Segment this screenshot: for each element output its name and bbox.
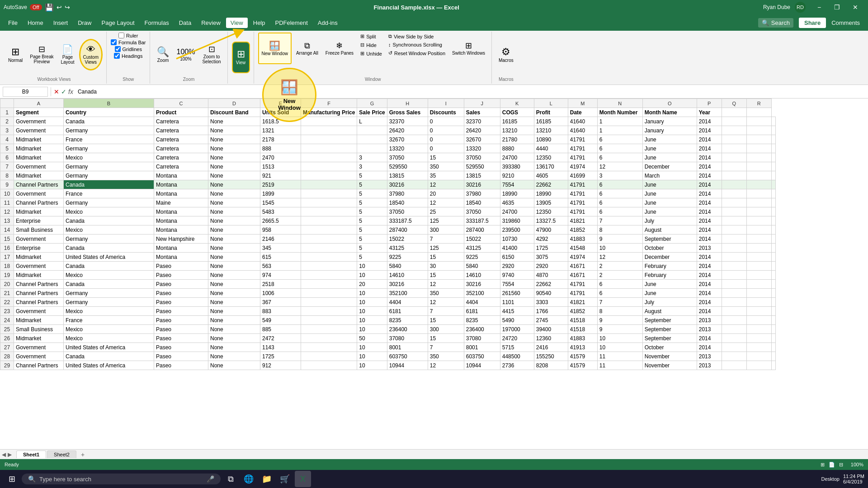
cell-2-19[interactable]: Paseo — [154, 271, 208, 280]
cell-3-29[interactable]: None — [208, 361, 260, 370]
cell-6-2[interactable]: L — [357, 117, 387, 126]
cell-14-9[interactable]: June — [642, 180, 697, 189]
cell-14-15[interactable]: September — [642, 235, 697, 244]
cell-16-20[interactable] — [722, 280, 746, 289]
cell-10-20[interactable]: 7554 — [500, 280, 534, 289]
cell-5-7[interactable] — [301, 162, 357, 171]
col-header-G[interactable]: G — [357, 99, 387, 108]
cell-17-20[interactable] — [746, 280, 771, 289]
switch-windows-button[interactable]: ⊞ Switch Windows — [449, 33, 488, 64]
cell-7-23[interactable]: 6181 — [387, 307, 428, 316]
cell-11-19[interactable]: 4870 — [534, 271, 568, 280]
cell-9-25[interactable]: 236400 — [464, 325, 500, 334]
cell-4-22[interactable]: 367 — [260, 298, 301, 307]
cell-18-6[interactable] — [771, 153, 775, 162]
scroll-right-icon[interactable]: ▶ — [8, 451, 12, 458]
cell-16-15[interactable] — [722, 235, 746, 244]
cell-12-4[interactable]: 41791 — [568, 135, 597, 144]
cell-14-21[interactable]: June — [642, 289, 697, 298]
cell-17-23[interactable] — [746, 307, 771, 316]
cell-18-27[interactable] — [771, 343, 775, 352]
cell-11-13[interactable]: 13327.5 — [534, 216, 568, 225]
cell-8-19[interactable]: 15 — [428, 271, 464, 280]
view-side-by-side-button[interactable]: ⧉ View Side by Side — [386, 33, 448, 40]
cell-17-16[interactable] — [746, 244, 771, 253]
cell-8-20[interactable]: 12 — [428, 280, 464, 289]
cell-13-10[interactable]: 6 — [597, 189, 642, 198]
cell-6-18[interactable]: 10 — [357, 262, 387, 271]
cell-7-24[interactable]: 8235 — [387, 316, 428, 325]
cell-14-8[interactable]: March — [642, 171, 697, 180]
cell-9-27[interactable]: 8001 — [464, 343, 500, 352]
cell-12-20[interactable]: 41791 — [568, 280, 597, 289]
cell-9-4[interactable]: 32670 — [464, 135, 500, 144]
cell-17-4[interactable] — [746, 135, 771, 144]
cell-7-7[interactable]: 529550 — [387, 162, 428, 171]
cell-16-17[interactable] — [722, 253, 746, 262]
cell-5-20[interactable] — [301, 280, 357, 289]
cell-8-2[interactable]: 0 — [428, 117, 464, 126]
cell-18-4[interactable] — [771, 135, 775, 144]
cell-9-28[interactable]: 603750 — [464, 352, 500, 361]
formula-bar-check[interactable] — [111, 39, 117, 45]
cell-1-14[interactable]: Mexico — [64, 225, 154, 235]
cell-10-5[interactable]: 8880 — [500, 144, 534, 153]
cell-7-15[interactable]: 15022 — [387, 235, 428, 244]
cell-0-24[interactable]: Midmarket — [14, 316, 64, 325]
cell-18-15[interactable] — [771, 235, 775, 244]
cell-14-14[interactable]: August — [642, 225, 697, 235]
cell-1-29[interactable]: United States of America — [64, 361, 154, 370]
cell-4-14[interactable]: 958 — [260, 225, 301, 235]
cell-10-22[interactable]: 1101 — [500, 298, 534, 307]
cell-17-10[interactable] — [746, 189, 771, 198]
cell-9-19[interactable]: 14610 — [464, 271, 500, 280]
cell-3-15[interactable]: None — [208, 235, 260, 244]
cell-8-22[interactable]: 12 — [428, 298, 464, 307]
cell-6-21[interactable]: 10 — [357, 289, 387, 298]
cell-3-7[interactable]: None — [208, 162, 260, 171]
cell-13-4[interactable]: 6 — [597, 135, 642, 144]
cell-18-5[interactable] — [771, 144, 775, 153]
cell-17-3[interactable] — [746, 126, 771, 135]
cell-18-22[interactable] — [771, 298, 775, 307]
cell-16-24[interactable] — [722, 316, 746, 325]
cell-M1[interactable]: Date — [568, 108, 597, 117]
cell-0-5[interactable]: Midmarket — [14, 144, 64, 153]
cell-3-14[interactable]: None — [208, 225, 260, 235]
cell-5-16[interactable] — [301, 244, 357, 253]
cell-6-17[interactable]: 5 — [357, 253, 387, 262]
autosave-toggle[interactable]: Off — [30, 4, 42, 10]
cell-14-23[interactable]: August — [642, 307, 697, 316]
cell-10-8[interactable]: 9210 — [500, 171, 534, 180]
cell-4-18[interactable]: 563 — [260, 262, 301, 271]
menu-home[interactable]: Home — [23, 18, 48, 28]
cell-2-23[interactable]: Paseo — [154, 307, 208, 316]
col-header-C[interactable]: C — [154, 99, 208, 108]
cell-12-13[interactable]: 41821 — [568, 216, 597, 225]
cell-7-21[interactable]: 352100 — [387, 289, 428, 298]
headings-check[interactable] — [114, 53, 120, 59]
cell-1-13[interactable]: Canada — [64, 216, 154, 225]
cell-8-10[interactable]: 20 — [428, 189, 464, 198]
cell-0-11[interactable]: Channel Partners — [14, 198, 64, 207]
cell-6-15[interactable]: 5 — [357, 235, 387, 244]
cell-6-23[interactable]: 10 — [357, 307, 387, 316]
cell-9-2[interactable]: 32370 — [464, 117, 500, 126]
menu-draw[interactable]: Draw — [73, 18, 96, 28]
restore-button[interactable]: ❐ — [828, 0, 846, 14]
cell-12-26[interactable]: 41883 — [568, 334, 597, 343]
cell-17-6[interactable] — [746, 153, 771, 162]
cell-12-25[interactable]: 41518 — [568, 325, 597, 334]
cell-4-3[interactable]: 1321 — [260, 126, 301, 135]
cell-11-27[interactable]: 2416 — [534, 343, 568, 352]
col-header-K[interactable]: K — [500, 99, 534, 108]
cell-7-28[interactable]: 603750 — [387, 352, 428, 361]
cell-4-8[interactable]: 921 — [260, 171, 301, 180]
cell-10-15[interactable]: 10730 — [500, 235, 534, 244]
cell-11-24[interactable]: 2745 — [534, 316, 568, 325]
cell-O1[interactable]: Month Name — [642, 108, 697, 117]
cell-6-13[interactable]: 5 — [357, 216, 387, 225]
cell-16-28[interactable] — [722, 352, 746, 361]
cell-17-26[interactable] — [746, 334, 771, 343]
cell-4-15[interactable]: 2146 — [260, 235, 301, 244]
